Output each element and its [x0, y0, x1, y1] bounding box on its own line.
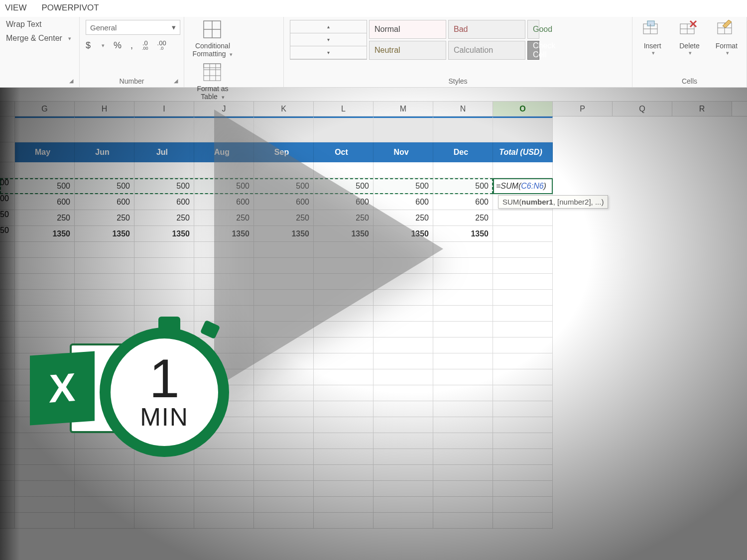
cell[interactable]: 1350: [194, 226, 254, 242]
table-header[interactable]: Jun: [75, 142, 134, 162]
cell[interactable]: [374, 306, 433, 322]
cell[interactable]: [15, 290, 75, 306]
delete-cells-button[interactable]: Delete▾: [675, 20, 703, 56]
col-header[interactable]: J: [194, 102, 254, 116]
gallery-scroll-down-icon[interactable]: ▾: [290, 33, 367, 46]
cell[interactable]: [493, 465, 553, 481]
cell[interactable]: 500: [433, 178, 493, 194]
tab-powerpivot[interactable]: POWERPIVOT: [41, 3, 99, 17]
cell[interactable]: [134, 116, 194, 142]
cell[interactable]: [374, 116, 433, 142]
cell[interactable]: [314, 353, 374, 369]
cell[interactable]: [194, 274, 254, 290]
cell[interactable]: 1350: [374, 226, 433, 242]
cell[interactable]: [433, 322, 493, 337]
cell[interactable]: [254, 385, 314, 401]
cell[interactable]: [314, 481, 374, 497]
cell[interactable]: [75, 242, 134, 258]
formula-bar[interactable]: [0, 88, 747, 102]
cell[interactable]: [254, 433, 314, 449]
cell[interactable]: [433, 385, 493, 401]
col-header[interactable]: G: [15, 102, 75, 116]
cell[interactable]: [433, 513, 493, 529]
style-check-cell[interactable]: Check Cell: [527, 41, 539, 60]
increase-decimal-button[interactable]: .0.00: [142, 40, 148, 51]
cell[interactable]: [254, 322, 314, 337]
cell[interactable]: [314, 258, 374, 274]
col-header[interactable]: H: [75, 102, 134, 116]
cell[interactable]: [493, 497, 553, 513]
cell[interactable]: [433, 401, 493, 417]
format-as-table-button[interactable]: Format as Table ▾: [190, 63, 235, 101]
cell[interactable]: [493, 242, 553, 258]
cell[interactable]: [254, 258, 314, 274]
col-header[interactable]: Q: [613, 102, 672, 116]
cell[interactable]: [374, 449, 433, 465]
cell[interactable]: [254, 513, 314, 529]
cell[interactable]: [493, 306, 553, 322]
cell[interactable]: 600: [433, 194, 493, 210]
cell[interactable]: 500: [314, 178, 374, 194]
cell[interactable]: [194, 481, 254, 497]
cell[interactable]: [374, 401, 433, 417]
cell[interactable]: [314, 242, 374, 258]
cell[interactable]: [314, 322, 374, 337]
cell[interactable]: [314, 337, 374, 353]
cell[interactable]: 500: [134, 178, 194, 194]
cell[interactable]: [374, 337, 433, 353]
conditional-formatting-button[interactable]: Conditional Formatting ▾: [190, 20, 235, 58]
cell[interactable]: [493, 513, 553, 529]
cell[interactable]: [433, 465, 493, 481]
cell[interactable]: [254, 337, 314, 353]
style-bad[interactable]: Bad: [448, 20, 525, 39]
cell[interactable]: 250: [15, 210, 75, 226]
style-calculation[interactable]: Calculation: [448, 41, 525, 60]
cell[interactable]: 250: [254, 210, 314, 226]
col-header[interactable]: M: [374, 102, 433, 116]
gallery-scroll-up-icon[interactable]: ▴: [290, 20, 367, 33]
cell[interactable]: [314, 385, 374, 401]
style-normal[interactable]: Normal: [369, 20, 446, 39]
cell[interactable]: 1350: [314, 226, 374, 242]
col-header[interactable]: R: [672, 102, 732, 116]
cell[interactable]: [433, 337, 493, 353]
cell[interactable]: [134, 242, 194, 258]
cell[interactable]: [374, 385, 433, 401]
cell[interactable]: [493, 162, 553, 178]
table-header[interactable]: May: [15, 142, 75, 162]
cell[interactable]: 600: [374, 194, 433, 210]
cell[interactable]: [194, 290, 254, 306]
cell[interactable]: 250: [134, 210, 194, 226]
cell[interactable]: [134, 465, 194, 481]
col-header[interactable]: P: [553, 102, 613, 116]
col-header[interactable]: I: [134, 102, 194, 116]
cell[interactable]: [75, 290, 134, 306]
cell[interactable]: [75, 497, 134, 513]
cell[interactable]: [194, 465, 254, 481]
cell[interactable]: [314, 306, 374, 322]
cell[interactable]: [433, 433, 493, 449]
cell[interactable]: [433, 497, 493, 513]
cell[interactable]: [314, 116, 374, 142]
cell[interactable]: [75, 465, 134, 481]
cell[interactable]: [314, 162, 374, 178]
cell[interactable]: [254, 369, 314, 385]
cell[interactable]: [254, 497, 314, 513]
cell[interactable]: [75, 258, 134, 274]
cell[interactable]: [493, 385, 553, 401]
cell[interactable]: [493, 369, 553, 385]
cell[interactable]: [493, 322, 553, 337]
cell[interactable]: [194, 116, 254, 142]
cell[interactable]: 600: [134, 194, 194, 210]
merge-center-button[interactable]: Merge & Center: [6, 34, 62, 43]
cell[interactable]: [134, 481, 194, 497]
col-header[interactable]: K: [254, 102, 314, 116]
cell[interactable]: 250: [433, 210, 493, 226]
insert-cells-button[interactable]: Insert▾: [638, 20, 666, 56]
cell[interactable]: [314, 465, 374, 481]
cell[interactable]: [254, 465, 314, 481]
cell[interactable]: [374, 322, 433, 337]
cell[interactable]: [134, 162, 194, 178]
cell[interactable]: 1350: [433, 226, 493, 242]
cell[interactable]: [374, 497, 433, 513]
